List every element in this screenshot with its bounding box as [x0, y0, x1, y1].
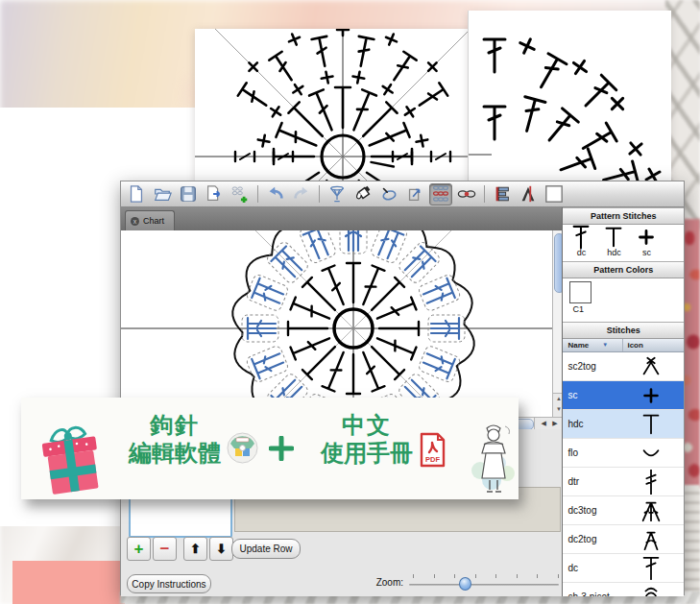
stitch-grid-icon[interactable] — [429, 183, 452, 205]
zoom-tick — [434, 574, 435, 578]
move-row-down-button[interactable]: ⬇ — [209, 537, 233, 561]
align-blocks-icon[interactable] — [491, 183, 514, 205]
pattern-colors-panel: C1 — [563, 278, 684, 322]
undo-icon[interactable] — [264, 183, 287, 205]
add-row-button[interactable]: + — [127, 537, 151, 561]
tab-close-icon[interactable]: x — [131, 217, 139, 226]
app-window: x Chart ▲▼ ◀▶ — [120, 181, 685, 595]
stitch-icon-sc — [617, 383, 684, 408]
new-document-icon[interactable] — [125, 183, 148, 205]
stitch-row-dtr[interactable]: dtr — [563, 468, 684, 496]
stitch-list: sc2togschdcflodtrdc3togdc2togdcch-3 pico… — [563, 352, 684, 596]
software-cd-icon — [227, 432, 258, 464]
background-pink-block — [12, 561, 125, 604]
text-icon[interactable] — [517, 183, 540, 205]
crochet-chart-main — [121, 230, 552, 417]
stitch-row-ch-3 picot[interactable]: ch-3 picot — [563, 583, 684, 596]
stitch-icon-dc — [617, 556, 684, 581]
stitch-icon-flo — [617, 441, 684, 466]
pdf-icon: PDF — [419, 432, 447, 468]
tab-label: Chart — [143, 216, 164, 226]
reading-person-illustration — [471, 421, 517, 495]
stitch-row-dc[interactable]: dc — [563, 554, 684, 583]
pattern-stitch-sc[interactable]: sc — [634, 225, 659, 257]
zoom-label: Zoom: — [369, 577, 403, 588]
pattern-stitches-panel: dchdcsc — [563, 225, 684, 261]
gift-icon — [28, 414, 115, 502]
sort-arrow-icon: ▼ — [602, 339, 608, 351]
zoom-slider[interactable] — [409, 571, 563, 592]
stitch-row-sc[interactable]: sc — [563, 381, 684, 410]
banner-title-cn: 鉤針 編輯軟體 — [117, 411, 232, 468]
open-folder-icon[interactable] — [151, 183, 174, 205]
lasso-icon[interactable] — [377, 183, 400, 205]
paint-bucket-icon[interactable] — [351, 183, 374, 205]
transform-icon[interactable] — [403, 183, 426, 205]
stitch-icon-dc2tog — [617, 527, 684, 552]
yarn-swift-icon[interactable] — [326, 183, 349, 205]
stitch-icon-ch3picot — [617, 585, 684, 597]
stitch-icon-hdc — [617, 412, 684, 437]
stitch-row-dc2tog[interactable]: dc2tog — [563, 525, 684, 554]
toolbar — [121, 181, 684, 207]
column-icon[interactable]: icon — [622, 339, 684, 351]
save-icon[interactable] — [177, 183, 200, 205]
bottom-bar: Copy Instructions Zoom: — [121, 577, 564, 596]
pattern-stitch-hdc[interactable]: hdc — [601, 225, 626, 257]
sidebar: Pattern Stitches dchdcsc Pattern Colors … — [562, 207, 684, 596]
export-icon[interactable] — [203, 183, 226, 205]
crochet-diagram-fan — [469, 11, 671, 182]
banner-manual-cn: 中文 使用手冊 — [309, 411, 424, 468]
stitches-header: Stitches — [563, 322, 684, 339]
screenshot-root: x Chart ▲▼ ◀▶ — [0, 0, 700, 604]
zoom-tick — [454, 574, 455, 578]
rounds-icon[interactable] — [455, 183, 478, 205]
color-swatch-c1[interactable] — [569, 281, 591, 303]
toolbar-separator — [257, 185, 258, 203]
tab-chart[interactable]: x Chart — [125, 210, 175, 230]
zoom-tick — [495, 574, 496, 578]
zoom-tick — [413, 574, 414, 578]
copy-instructions-button[interactable]: Copy Instructions — [127, 574, 211, 593]
stitch-icon-dtr — [617, 470, 684, 495]
banner-plus-icon — [269, 436, 294, 461]
toolbar-separator — [319, 185, 320, 203]
redo-icon[interactable] — [290, 183, 313, 205]
zoom-tick — [558, 574, 559, 578]
zoom-tick — [537, 574, 538, 578]
add-chart-icon[interactable] — [229, 183, 252, 205]
pattern-stitches-header: Pattern Stitches — [563, 207, 684, 225]
remove-row-button[interactable]: − — [153, 537, 177, 561]
zoom-tick — [475, 574, 476, 578]
stitch-icon-sc2tog — [617, 354, 684, 379]
color-swatch-label: C1 — [572, 304, 684, 314]
stitch-table-header[interactable]: Name▼ icon — [563, 339, 684, 352]
update-row-button[interactable]: Update Row — [231, 539, 301, 559]
zoom-slider-track[interactable] — [409, 584, 559, 586]
promo-banner[interactable]: 鉤針 編輯軟體 中文 使用手冊 PDF — [21, 398, 519, 499]
stitch-row-sc2tog[interactable]: sc2tog — [563, 352, 684, 381]
zoom-tick — [517, 574, 518, 578]
tab-bar: x Chart — [121, 207, 562, 231]
horizontal-scroll-arrows[interactable]: ◀▶ — [534, 418, 564, 429]
color-swatch-icon[interactable] — [543, 183, 566, 205]
stitch-row-dc3tog[interactable]: dc3tog — [563, 496, 684, 525]
zoom-slider-thumb[interactable] — [459, 577, 471, 591]
move-row-up-button[interactable]: ⬆ — [183, 537, 207, 561]
stitch-row-hdc[interactable]: hdc — [563, 410, 684, 439]
pattern-colors-header: Pattern Colors — [563, 261, 684, 278]
column-name[interactable]: Name — [567, 339, 589, 351]
toolbar-separator — [484, 185, 485, 203]
svg-text:PDF: PDF — [425, 455, 440, 464]
background-fan-diagram-window — [468, 11, 671, 182]
stitch-icon-dc3tog — [617, 498, 684, 523]
pattern-stitch-dc[interactable]: dc — [568, 225, 593, 257]
stitch-row-flo[interactable]: flo — [563, 439, 684, 468]
